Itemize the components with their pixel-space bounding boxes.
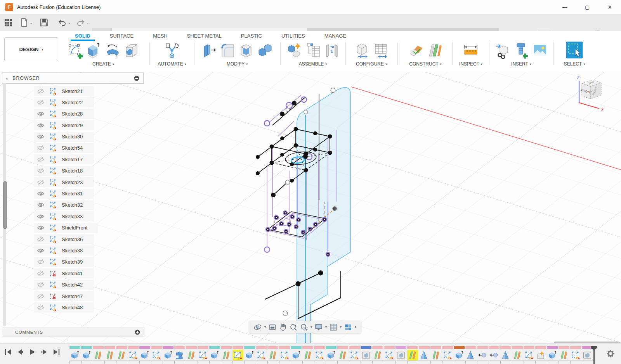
- minimize-button[interactable]: —: [553, 0, 576, 14]
- browser-item-Sketch30[interactable]: Sketch30: [34, 132, 94, 142]
- visibility-eye-icon[interactable]: [36, 122, 45, 128]
- go-to-end-icon[interactable]: [53, 349, 60, 355]
- create-group-label[interactable]: CREATE▾: [92, 61, 114, 67]
- undo-icon[interactable]: [57, 18, 67, 27]
- timeline-feature-16-extrude[interactable]: [244, 346, 255, 360]
- insert-derive-icon[interactable]: [494, 42, 511, 59]
- new-component-icon[interactable]: [286, 42, 303, 59]
- ribbon-tab-manage[interactable]: MANAGE: [315, 32, 356, 40]
- browser-item-Sketch23[interactable]: Sketch23: [34, 177, 94, 187]
- browser-item-Sketch33[interactable]: Sketch33: [34, 211, 94, 221]
- timeline-feature-31-loft[interactable]: [418, 346, 430, 360]
- timeline-feature-36-move[interactable]: [477, 346, 488, 360]
- ribbon-tab-plastic[interactable]: PLASTIC: [231, 32, 272, 40]
- timeline-feature-24-plane[interactable]: [337, 346, 349, 360]
- timeline-feature-37-move[interactable]: [488, 346, 500, 360]
- redo-caret-icon[interactable]: ▾: [87, 22, 88, 25]
- timeline-feature-32-plane[interactable]: [430, 346, 442, 360]
- timeline-feature-4-plane[interactable]: [104, 346, 116, 360]
- timeline-feature-26-hole[interactable]: [360, 346, 372, 360]
- go-to-start-icon[interactable]: [5, 349, 12, 355]
- browser-item-Sketch28[interactable]: Sketch28: [34, 109, 94, 119]
- insert-group-label[interactable]: INSERT▾: [511, 61, 531, 67]
- collapse-all-icon[interactable]: [134, 76, 139, 81]
- browser-item-Sketch47[interactable]: Sketch47: [34, 291, 94, 301]
- select-icon[interactable]: [565, 41, 583, 59]
- browser-item-Sketch22[interactable]: Sketch22: [34, 97, 94, 107]
- timeline-feature-35-loft[interactable]: [465, 346, 477, 360]
- timeline-feature-6-sketch[interactable]: [127, 346, 139, 360]
- timeline-feature-30-plane[interactable]: [407, 346, 418, 360]
- timeline-feature-40-sketch[interactable]: [523, 346, 535, 360]
- visibility-eye-icon[interactable]: [36, 134, 45, 140]
- timeline-feature-3-plane[interactable]: [92, 346, 104, 360]
- timeline-feature-21-plane[interactable]: [302, 346, 314, 360]
- timeline-feature-15-sketch[interactable]: [232, 346, 244, 360]
- timeline-feature-29-hole[interactable]: [395, 346, 407, 360]
- timeline-feature-42-extrude[interactable]: [546, 346, 558, 360]
- file-icon[interactable]: [19, 18, 29, 27]
- visibility-eye-icon[interactable]: [36, 202, 45, 208]
- play-icon[interactable]: [29, 349, 36, 355]
- view-cube[interactable]: Z X FRONT TOP RIGHT: [567, 73, 614, 114]
- collapse-panel-icon[interactable]: «: [6, 76, 9, 81]
- browser-item-Sketch21[interactable]: Sketch21: [34, 86, 94, 96]
- visibility-eye-off-icon[interactable]: [36, 259, 45, 265]
- timeline-feature-43-plane[interactable]: [558, 346, 570, 360]
- visibility-eye-off-icon[interactable]: [36, 282, 45, 288]
- timeline-feature-22-sketch[interactable]: [314, 346, 325, 360]
- orbit-caret-icon[interactable]: ▾: [264, 325, 266, 329]
- pan-icon[interactable]: [278, 323, 288, 331]
- scrollbar-thumb[interactable]: [3, 181, 7, 229]
- browser-item-Sketch31[interactable]: Sketch31: [34, 189, 94, 199]
- browser-item-Sketch42[interactable]: Sketch42: [34, 280, 94, 290]
- visibility-eye-icon[interactable]: [36, 191, 45, 197]
- undo-caret-icon[interactable]: ▾: [68, 22, 70, 25]
- browser-item-Sketch32[interactable]: Sketch32: [34, 200, 94, 210]
- display-caret-icon[interactable]: ▾: [325, 325, 327, 329]
- configure-group-label[interactable]: CONFIGURE▾: [356, 61, 387, 67]
- browser-item-ShieldFront[interactable]: ShieldFront: [34, 223, 98, 233]
- timeline-feature-34-extrude[interactable]: [453, 346, 465, 360]
- timeline-feature-8-sketch[interactable]: [151, 346, 162, 360]
- browser-item-Sketch17[interactable]: Sketch17: [34, 154, 94, 164]
- modify-group-label[interactable]: MODIFY▾: [227, 61, 248, 67]
- zoom-icon[interactable]: [289, 323, 298, 331]
- ribbon-tab-utilities[interactable]: UTILITIES: [272, 32, 315, 40]
- workspace-selector[interactable]: DESIGN ▾: [4, 37, 58, 61]
- visibility-eye-icon[interactable]: [36, 225, 45, 231]
- browser-item-Sketch18[interactable]: Sketch18: [34, 166, 94, 176]
- extrude-icon[interactable]: [85, 42, 102, 59]
- grid-caret-icon[interactable]: ▾: [340, 325, 342, 329]
- display-settings-icon[interactable]: [314, 323, 323, 331]
- visibility-eye-icon[interactable]: [36, 214, 45, 219]
- browser-item-Sketch38[interactable]: Sketch38: [34, 245, 94, 255]
- timeline-feature-10-combine[interactable]: [174, 346, 186, 360]
- configuration-table-icon[interactable]: [372, 42, 389, 59]
- press-pull-icon[interactable]: [201, 42, 217, 59]
- timeline-feature-18-plane[interactable]: [267, 346, 279, 360]
- zoom-window-icon[interactable]: [299, 323, 309, 331]
- add-comment-icon[interactable]: [135, 329, 140, 335]
- combine-icon[interactable]: [257, 42, 273, 59]
- step-back-icon[interactable]: [17, 349, 24, 355]
- ribbon-tab-solid[interactable]: SOLID: [65, 32, 100, 40]
- insert-fastener-icon[interactable]: [513, 42, 529, 59]
- construct-group-label[interactable]: CONSTRUCT▾: [409, 61, 441, 67]
- redo-icon[interactable]: [76, 18, 85, 27]
- timeline-feature-41-newbody[interactable]: [535, 346, 546, 360]
- ribbon-tab-surface[interactable]: SURFACE: [100, 32, 143, 40]
- timeline-feature-39-plane[interactable]: [512, 346, 523, 360]
- orbit-icon[interactable]: [253, 323, 262, 331]
- visibility-eye-off-icon[interactable]: [36, 271, 45, 276]
- viewports-icon[interactable]: [343, 323, 353, 331]
- browser-header[interactable]: « BROWSER: [2, 72, 144, 84]
- ribbon-tab-mesh[interactable]: MESH: [143, 32, 177, 40]
- configuration-icon[interactable]: [354, 42, 370, 59]
- ribbon-tab-sheet-metal[interactable]: SHEET METAL: [177, 32, 231, 40]
- visibility-eye-off-icon[interactable]: [36, 168, 45, 174]
- hole-icon[interactable]: [123, 42, 140, 59]
- timeline-feature-5-plane[interactable]: [116, 346, 127, 360]
- insert-canvas-icon[interactable]: [532, 42, 548, 59]
- zoom-window-caret-icon[interactable]: ▾: [310, 325, 312, 329]
